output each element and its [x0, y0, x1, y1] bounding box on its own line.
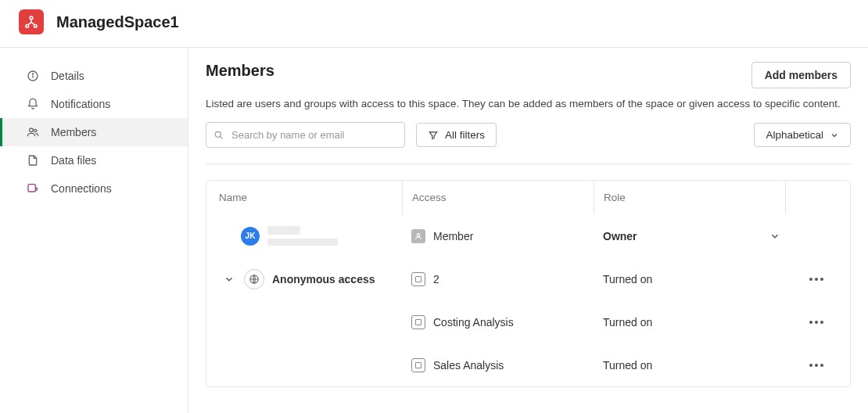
- sidebar-item-label: Details: [51, 70, 84, 82]
- more-actions[interactable]: [794, 364, 838, 367]
- more-actions[interactable]: [794, 321, 838, 324]
- svg-point-7: [34, 129, 37, 131]
- svg-point-5: [32, 74, 33, 74]
- role-value: Turned on: [603, 359, 652, 372]
- globe-icon: [244, 269, 264, 289]
- main-content: Members Add members Listed are users and…: [188, 48, 868, 413]
- access-value: Sales Analysis: [433, 359, 504, 372]
- toolbar: All filters Alphabetical: [206, 122, 851, 164]
- all-filters-button[interactable]: All filters: [416, 123, 497, 147]
- col-access: Access: [402, 181, 594, 214]
- svg-point-2: [34, 24, 37, 27]
- table-row: Costing Analysis Turned on: [206, 300, 850, 343]
- redacted-name: [267, 226, 338, 246]
- role-value: Turned on: [603, 316, 652, 329]
- svg-point-6: [30, 128, 34, 132]
- add-members-button[interactable]: Add members: [751, 62, 851, 88]
- access-value: Costing Analysis: [433, 316, 514, 329]
- expand-toggle[interactable]: [222, 272, 236, 286]
- table-header: Name Access Role: [206, 181, 850, 214]
- sidebar-item-label: Data files: [51, 154, 96, 167]
- member-badge-icon: [411, 229, 425, 243]
- sidebar-item-details[interactable]: Details: [0, 62, 188, 90]
- members-icon: [26, 126, 40, 138]
- sidebar-item-members[interactable]: Members: [0, 118, 188, 146]
- page-header: ManagedSpace1: [0, 0, 868, 48]
- search-input[interactable]: [206, 122, 405, 148]
- access-value: Member: [433, 230, 473, 242]
- chevron-down-icon: [830, 131, 839, 140]
- svg-point-0: [30, 16, 33, 20]
- svg-line-10: [220, 136, 222, 138]
- file-icon: [26, 154, 40, 167]
- access-value: 2: [433, 273, 439, 286]
- bell-icon: [26, 98, 40, 110]
- page-description: Listed are users and groups with access …: [206, 98, 851, 110]
- info-icon: [26, 70, 40, 82]
- search-icon: [213, 130, 224, 141]
- col-role: Role: [594, 181, 785, 214]
- table-row: JK Member Owner: [206, 214, 850, 257]
- row-actions: [785, 227, 848, 246]
- svg-point-1: [26, 24, 29, 27]
- avatar: JK: [241, 227, 260, 246]
- connections-icon: [26, 182, 40, 195]
- table-row: Anonymous access 2 Turned on: [206, 257, 850, 300]
- page-title: Members: [206, 62, 274, 80]
- col-name: Name: [206, 181, 402, 214]
- sidebar-item-label: Connections: [51, 182, 112, 195]
- role-value: Turned on: [603, 273, 652, 286]
- more-actions[interactable]: [794, 278, 838, 281]
- members-table: Name Access Role JK Mem: [206, 180, 851, 387]
- app-icon: [411, 315, 425, 329]
- row-name: Anonymous access: [272, 273, 375, 286]
- app-icon: [411, 272, 425, 286]
- sidebar-item-label: Notifications: [51, 98, 110, 110]
- filter-icon: [428, 130, 439, 141]
- space-icon: [19, 9, 44, 34]
- table-row: Sales Analysis Turned on: [206, 343, 850, 386]
- sidebar-item-connections[interactable]: Connections: [0, 174, 188, 203]
- sidebar-item-label: Members: [51, 126, 96, 138]
- sort-label: Alphabetical: [766, 129, 823, 141]
- app-icon: [411, 358, 425, 372]
- filter-label: All filters: [445, 129, 485, 141]
- svg-rect-8: [28, 185, 35, 192]
- svg-point-9: [215, 131, 221, 137]
- col-actions: [785, 181, 848, 214]
- svg-point-11: [417, 233, 419, 235]
- sidebar-item-notifications[interactable]: Notifications: [0, 90, 188, 118]
- sidebar: Details Notifications Members Data files…: [0, 48, 188, 413]
- sort-button[interactable]: Alphabetical: [754, 123, 851, 147]
- role-dropdown[interactable]: [765, 226, 785, 246]
- space-title: ManagedSpace1: [56, 13, 179, 31]
- sidebar-item-data-files[interactable]: Data files: [0, 146, 188, 174]
- role-value: Owner: [603, 230, 637, 242]
